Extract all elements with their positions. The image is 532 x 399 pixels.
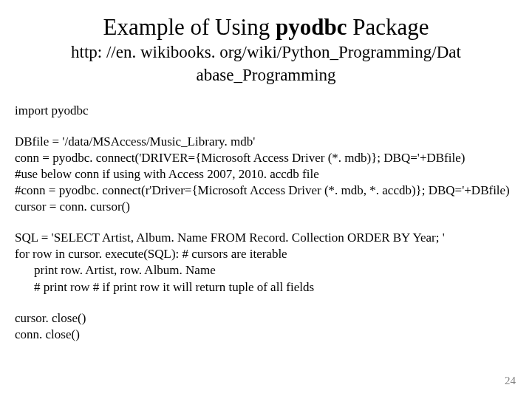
source-url-line2: abase_Programming [21, 65, 511, 86]
code-line: import pyodbc [15, 103, 511, 119]
slide-title: Example of Using pyodbc Package [21, 13, 511, 41]
code-line: #use below conn if using with Access 200… [15, 166, 511, 183]
code-line: # print row # if print row it will retur… [15, 279, 511, 296]
code-line: #conn = pyodbc. connect(r'Driver={Micros… [15, 183, 511, 199]
code-line: conn = pyodbc. connect('DRIVER={Microsof… [15, 150, 511, 166]
code-line: cursor = conn. cursor() [15, 199, 511, 215]
code-line: print row. Artist, row. Album. Name [15, 262, 511, 279]
title-post: Package [347, 14, 429, 40]
code-line: cursor. close() [15, 310, 511, 327]
title-bold: pyodbc [276, 14, 347, 40]
slide: Example of Using pyodbc Package http: //… [0, 0, 532, 399]
source-url-line1: http: //en. wikibooks. org/wiki/Python_P… [21, 42, 511, 64]
code-line: SQL = 'SELECT Artist, Album. Name FROM R… [15, 230, 511, 246]
code-line: DBfile = '/data/MSAccess/Music_Library. … [15, 134, 511, 150]
code-line: for row in cursor. execute(SQL): # curso… [15, 246, 511, 262]
code-block: import pyodbc DBfile = '/data/MSAccess/M… [15, 103, 511, 343]
code-line: conn. close() [15, 327, 511, 343]
page-number: 24 [505, 375, 516, 387]
title-pre: Example of Using [103, 14, 276, 40]
